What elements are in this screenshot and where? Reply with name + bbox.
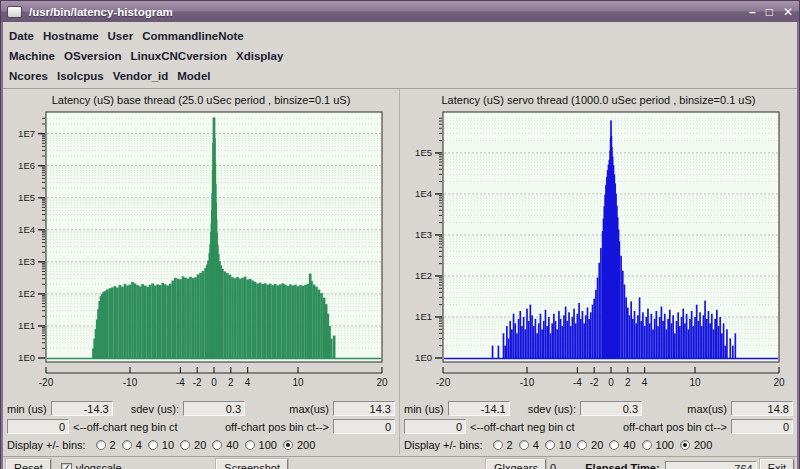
header-row-0: DateHostnameUserCommandlineNote [9,26,791,46]
bins-radio-label: 10 [559,439,571,451]
bins-radio-10[interactable]: 10 [545,439,571,451]
pos-bin-label: off-chart pos bin ct--> [623,421,727,433]
bins-radio-label: 10 [162,439,174,451]
elapsed-time-field[interactable]: 764 [665,461,757,469]
sdev-label: sdev (us): [528,403,576,415]
y-tick-label: 1E1 [18,320,35,331]
y-tick-label: 1E6 [18,160,35,171]
radio-circle-icon [609,440,619,450]
glxgears-button[interactable]: Glxgears [486,459,546,469]
info-item-hostname[interactable]: Hostname [43,30,99,42]
bins-radio-label: 100 [259,439,277,451]
max-label: max(us) [289,403,329,415]
x-tick-label: 10 [689,377,701,388]
max-value-field[interactable]: 14.8 [731,401,793,416]
min-value-field[interactable]: -14.1 [448,401,510,416]
bins-radio-label: 200 [297,439,315,451]
pos-bin-count-field[interactable]: 0 [333,419,395,434]
radio-circle-icon [96,440,106,450]
info-item-isolcpus[interactable]: Isolcpus [57,70,104,82]
max-label: max(us) [687,403,727,415]
y-tick-label: 1E4 [415,188,432,199]
screenshot-button[interactable]: Screenshot [216,459,288,469]
bins-radio-group-1: 24102040100200 [487,439,713,451]
bins-radio-200[interactable]: 200 [680,439,712,451]
radio-circle-icon [577,440,587,450]
max-value-field[interactable]: 14.3 [333,401,395,416]
header-row-2: NcoresIsolcpusVendor_idModel [9,66,791,86]
radio-circle-icon [680,440,690,450]
bins-radio-label: 2 [507,439,513,451]
min-value-field[interactable]: -14.3 [51,401,113,416]
bins-radio-100[interactable]: 100 [642,439,674,451]
neg-bin-count-field[interactable]: 0 [7,419,69,434]
pos-bin-count-field[interactable]: 0 [731,419,793,434]
info-item-date[interactable]: Date [9,30,34,42]
maximize-button[interactable]: □ [766,6,773,18]
sdev-value-field[interactable]: 0.3 [580,401,642,416]
minimize-button[interactable]: – [749,6,756,18]
bins-radio-2[interactable]: 2 [493,439,513,451]
info-item-linuxcncversion[interactable]: LinuxCNCversion [131,50,228,62]
base-chart-title: Latency (uS) base thread (25.0 uSec peri… [4,94,398,109]
info-item-machine[interactable]: Machine [9,50,55,62]
footer-bar: Reset ✓ ylogscale Screenshot Glxgears 0 … [3,456,797,469]
bins-radio-10[interactable]: 10 [148,439,174,451]
bins-radio-label: 20 [194,439,206,451]
y-tick-label: 1E3 [18,256,35,267]
servo-thread-histogram: 1E01E11E21E31E41E5-20-10-4-20241020 [401,109,795,396]
title-bar[interactable]: /usr/bin/latency-histogram – □ ✕ [1,1,799,22]
x-tick-label: -2 [193,377,202,388]
close-button[interactable]: ✕ [783,6,793,18]
y-tick-label: 1E5 [18,192,35,203]
reset-button[interactable]: Reset [6,459,51,469]
info-item-user[interactable]: User [108,30,134,42]
bins-radio-200[interactable]: 200 [283,439,315,451]
radio-circle-icon [283,440,293,450]
display-bins-label: Display +/- bins: [7,439,86,451]
radio-circle-icon [642,440,652,450]
info-item-osversion[interactable]: OSversion [64,50,122,62]
ylogscale-checkbox[interactable]: ✓ [61,463,72,469]
exit-button[interactable]: Exit [760,459,794,469]
info-item-vendor_id[interactable]: Vendor_id [113,70,169,82]
window-title: /usr/bin/latency-histogram [29,6,173,18]
bins-radio-40[interactable]: 40 [609,439,635,451]
y-tick-label: 1E0 [415,352,432,363]
bins-radio-20[interactable]: 20 [180,439,206,451]
y-tick-label: 1E7 [18,128,35,139]
neg-bin-count-field[interactable]: 0 [404,419,466,434]
info-item-xdisplay[interactable]: Xdisplay [236,50,283,62]
sdev-value-field[interactable]: 0.3 [183,401,245,416]
bins-radio-40[interactable]: 40 [212,439,238,451]
display-bins-label: Display +/- bins: [404,439,483,451]
bins-radio-4[interactable]: 4 [122,439,142,451]
neg-bin-label: <--off-chart neg bin ct [470,421,575,433]
x-tick-label: 20 [376,377,388,388]
y-tick-label: 1E0 [18,352,35,363]
info-item-model[interactable]: Model [177,70,210,82]
bins-radio-20[interactable]: 20 [577,439,603,451]
radio-circle-icon [519,440,529,450]
x-tick-label: 10 [292,377,304,388]
ylogscale-label: ylogscale [76,462,122,469]
info-item-ncores[interactable]: Ncores [9,70,48,82]
bins-radio-4[interactable]: 4 [519,439,539,451]
radio-circle-icon [180,440,190,450]
x-tick-label: 0 [608,377,614,388]
bins-radio-100[interactable]: 100 [245,439,277,451]
bins-radio-label: 200 [694,439,712,451]
radio-circle-icon [493,440,503,450]
y-tick-label: 1E2 [18,288,35,299]
window-icon [7,6,22,18]
x-tick-label: 4 [245,377,251,388]
x-tick-label: -10 [520,377,535,388]
pos-bin-label: off-chart pos bin ct--> [225,421,329,433]
y-tick-label: 1E5 [415,147,432,158]
bins-radio-2[interactable]: 2 [96,439,116,451]
servo-thread-panel: Latency (uS) servo thread (1000.0 uSec p… [400,89,797,454]
x-tick-label: -2 [590,377,599,388]
bins-radio-label: 40 [623,439,635,451]
info-item-commandlinenote[interactable]: CommandlineNote [142,30,244,42]
x-tick-label: 2 [228,377,234,388]
